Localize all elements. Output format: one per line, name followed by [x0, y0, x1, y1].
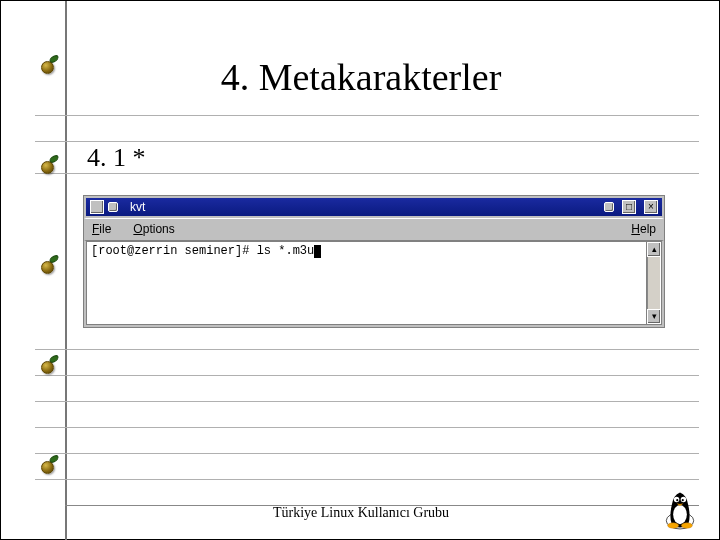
- bullet-icon: [39, 457, 59, 477]
- rule-line: [35, 375, 699, 376]
- terminal-prompt: [root@zerrin seminer]#: [91, 244, 257, 258]
- rule-line: [35, 115, 699, 116]
- rule-line: [35, 453, 699, 454]
- scroll-down-button[interactable]: ▾: [647, 309, 661, 324]
- maximize-button[interactable]: □: [622, 200, 636, 214]
- close-button[interactable]: ×: [644, 200, 658, 214]
- slide-page: 4. Metakarakterler 4. 1 * kvt □ × File O…: [0, 0, 720, 540]
- window-pin-icon[interactable]: [108, 202, 118, 212]
- menu-options[interactable]: Options: [133, 222, 174, 236]
- svg-point-5: [682, 499, 684, 501]
- terminal-window: kvt □ × File Options Help [root@zerrin s…: [83, 195, 665, 328]
- scroll-track[interactable]: [647, 257, 661, 309]
- rule-line: [35, 349, 699, 350]
- rule-line: [35, 173, 699, 174]
- window-titlebar[interactable]: kvt □ ×: [84, 196, 664, 218]
- rule-line: [35, 427, 699, 428]
- menu-bar: File Options Help: [84, 218, 664, 240]
- menu-options-rest: ptions: [143, 222, 175, 236]
- slide-footer: Türkiye Linux Kullanıcı Grubu: [1, 505, 720, 521]
- menu-help[interactable]: Help: [631, 222, 656, 236]
- bullet-icon: [39, 357, 59, 377]
- bullet-icon: [39, 157, 59, 177]
- menu-help-rest: elp: [640, 222, 656, 236]
- window-iconify-icon[interactable]: [604, 202, 614, 212]
- slide-title: 4. Metakarakterler: [1, 55, 720, 99]
- rule-line: [35, 141, 699, 142]
- terminal-wrap: [root@zerrin seminer]# ls *.m3u ▴ ▾: [84, 240, 664, 327]
- cursor-icon: [314, 245, 321, 258]
- rule-line: [35, 401, 699, 402]
- scroll-up-button[interactable]: ▴: [647, 242, 661, 257]
- svg-point-7: [681, 523, 692, 528]
- rule-line: [35, 479, 699, 480]
- svg-point-6: [668, 523, 679, 528]
- scrollbar[interactable]: ▴ ▾: [646, 241, 662, 325]
- terminal-command: ls *.m3u: [257, 244, 315, 258]
- menu-file-rest: ile: [99, 222, 111, 236]
- tux-icon: [659, 483, 701, 531]
- svg-point-1: [673, 505, 687, 524]
- menu-file[interactable]: File: [92, 222, 111, 236]
- slide-subtitle: 4. 1 *: [87, 143, 146, 173]
- terminal-area[interactable]: [root@zerrin seminer]# ls *.m3u: [86, 241, 646, 325]
- bullet-icon: [39, 257, 59, 277]
- svg-point-4: [676, 499, 678, 501]
- window-title: kvt: [124, 200, 151, 214]
- window-system-icon[interactable]: [90, 200, 104, 214]
